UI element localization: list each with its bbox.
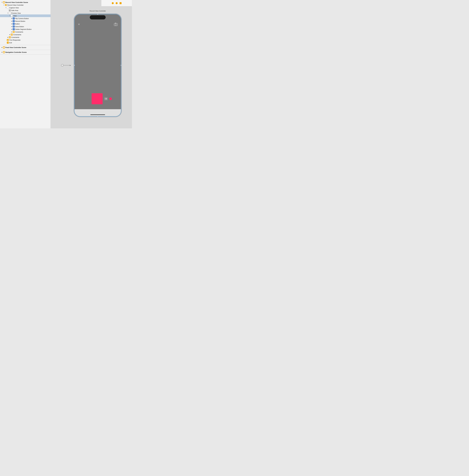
tree-section-record-scene: Record View Controller SceneRecord View … [0,0,50,45]
record-dot-button[interactable] [109,97,112,100]
tree-item-record-btn[interactable]: BRecord Button [0,20,50,22]
disclosure-flip-camera-btn[interactable] [11,18,13,19]
phone-notch [90,15,106,19]
svg-rect-14 [10,37,10,38]
svg-rect-4 [14,31,14,32]
scene-label: Record View Controller [90,10,106,12]
svg-rect-6 [14,32,14,33]
disclosure-constraints-preview[interactable] [9,34,11,35]
handle-bot-center[interactable] [97,116,98,117]
svg-rect-12 [10,37,10,37]
label-button: Button [15,23,20,25]
icon-constraints-capture [9,36,11,38]
handle-top-right[interactable] [121,14,122,15]
handle-mid-left[interactable] [74,65,75,66]
tree-item-constraints-capture[interactable]: Constraints [0,36,50,39]
tree-item-nav-scene-root[interactable]: Navigation Controller Scene [0,51,50,53]
disclosure-nav-scene-root[interactable] [1,51,3,53]
disclosure-preview-view[interactable] [7,13,9,14]
phone-bottom-bar [74,109,121,117]
handle-top-center[interactable] [97,14,98,15]
svg-rect-8 [12,34,12,34]
icon-preview-view [9,12,11,14]
close-button[interactable]: ✕ [78,23,80,26]
svg-rect-19 [3,52,4,52]
icon-safe-area: ⊞ [9,9,11,11]
disclosure-constraints-inner[interactable] [11,31,13,33]
disclosure-done-btn[interactable] [11,26,13,27]
tree-section-nav-scene: Navigation Controller Scene [0,50,50,55]
svg-rect-17 [3,47,4,47]
delete-segment-button[interactable]: ⌫ [104,97,108,101]
label-view: View [13,15,16,17]
icon-record-scene-root [3,1,5,3]
delete-icon: ⌫ [105,98,107,100]
iphone-frame: ✕ ⌫ [74,14,122,117]
icon-view [11,15,13,17]
icon-nav-scene-root [3,51,5,53]
disclosure-constraints-capture[interactable] [7,37,9,38]
tree-item-record-scene-root[interactable]: Record View Controller Scene [0,1,50,4]
tree-item-capture-view[interactable]: Capture View [0,6,50,9]
camera-icon[interactable] [114,22,118,26]
label-preview-view: Preview View [11,12,21,14]
canvas-toolbar [101,0,132,6]
tree-item-record-vc[interactable]: Record View Controller [0,4,50,6]
icon-exit [7,42,9,44]
tree-item-feed-scene-root[interactable]: Feed View Controller Scene [0,46,50,49]
label-constraints-preview: Constraints [13,34,21,35]
disclosure-button[interactable] [11,23,13,24]
icon-constraints-inner [13,31,15,33]
svg-rect-9 [11,35,12,35]
icon-record-btn: B [13,20,15,22]
svg-rect-11 [9,37,10,37]
toolbar-circle-1[interactable] [112,2,114,4]
handle-mid-right[interactable] [121,65,122,66]
tree-item-button[interactable]: BButton [0,22,50,25]
toolbar-circle-2[interactable] [116,2,118,4]
svg-rect-5 [13,32,14,33]
tree-item-delete-segment-btn[interactable]: BDelete Segment Button [0,28,50,31]
tree-item-preview-view[interactable]: Preview View [0,12,50,15]
segue-connector: ▶ [61,64,70,67]
home-indicator [90,114,105,115]
disclosure-view[interactable] [9,15,11,16]
disclosure-feed-scene-root[interactable] [1,47,3,48]
handle-bot-right[interactable] [121,116,122,117]
label-delete-segment-btn: Delete Segment Button [15,28,32,30]
label-capture-view: Capture View [9,7,19,9]
svg-marker-15 [7,39,9,41]
record-pink-square[interactable] [92,93,103,104]
tree-item-first-responder[interactable]: First Responder [0,39,50,41]
svg-point-2 [5,4,6,5]
disclosure-record-scene-root[interactable] [1,2,3,3]
label-record-btn: Record Button [15,20,25,22]
tree-item-constraints-preview[interactable]: Constraints [0,33,50,36]
label-first-responder: First Responder [9,39,20,41]
disclosure-record-vc[interactable] [3,4,5,6]
iphone-frame-wrapper: Record View Controller [74,14,122,117]
disclosure-delete-segment-btn[interactable] [11,29,13,30]
record-area: ⌫ [92,93,112,104]
icon-capture-view [7,7,9,9]
icon-delete-segment-btn: B [13,28,15,30]
tree-item-safe-area[interactable]: ⊞Safe Area [0,9,50,12]
tree-section-feed-scene: Feed View Controller Scene [0,45,50,50]
icon-feed-scene-root [3,47,5,48]
tree-item-done-btn[interactable]: BDone Button [0,25,50,28]
tree-item-view[interactable]: View [0,15,50,17]
canvas-area: ▶ Record View Controller [51,0,132,128]
handle-top-left[interactable] [74,14,75,15]
icon-record-vc [5,4,7,6]
label-safe-area: Safe Area [11,10,18,11]
toolbar-square[interactable] [120,2,122,4]
tree-item-constraints-inner[interactable]: Constraints [0,31,50,33]
tree-item-flip-camera-btn[interactable]: BFlip Camera Button [0,17,50,20]
disclosure-capture-view[interactable] [5,7,7,8]
label-exit: Exit [9,42,12,44]
disclosure-record-btn[interactable] [11,20,13,22]
handle-bot-left[interactable] [74,116,75,117]
icon-flip-camera-btn: B [13,17,15,19]
tree-item-exit[interactable]: Exit [0,41,50,44]
scene-navigator[interactable]: Record View Controller SceneRecord View … [0,0,51,128]
